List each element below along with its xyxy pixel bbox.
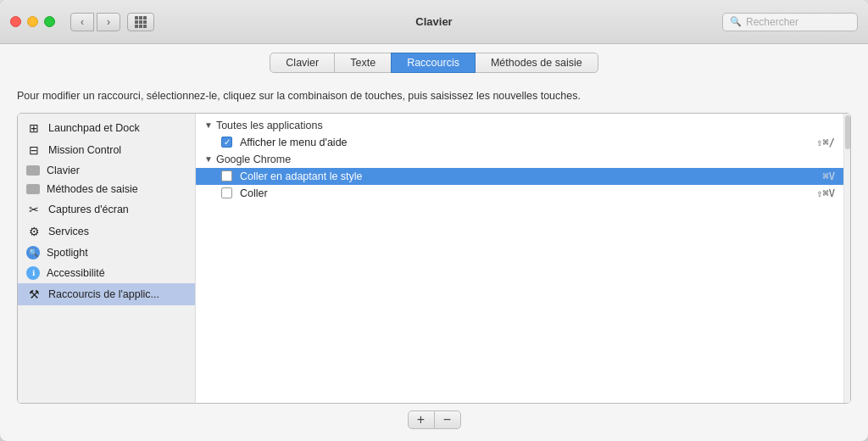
section-all-apps[interactable]: ▼ Toutes les applications <box>196 117 843 134</box>
sidebar-label-mission: Mission Control <box>48 144 121 156</box>
sidebar-item-captures[interactable]: ✂ Captures d'écran <box>18 198 195 220</box>
shortcut-aide-label: Afficher le menu d'aide <box>240 137 816 148</box>
forward-icon: › <box>107 16 110 28</box>
add-button[interactable]: + <box>408 410 435 429</box>
tab-methodes[interactable]: Méthodes de saisie <box>475 53 598 73</box>
maximize-button[interactable] <box>44 16 55 27</box>
triangle-chrome: ▼ <box>204 154 213 164</box>
scrollbar-track[interactable] <box>843 114 850 403</box>
window: ‹ › Clavier 🔍 Rechercher Clavier Texte R… <box>0 0 868 441</box>
search-icon: 🔍 <box>730 16 742 27</box>
launchpad-icon: ⊞ <box>26 120 42 136</box>
sidebar-item-spotlight[interactable]: 🔍 Spotlight <box>18 243 195 263</box>
tabs-bar: Clavier Texte Raccourcis Méthodes de sai… <box>0 44 868 80</box>
sidebar-item-methodes[interactable]: Méthodes de saisie <box>18 180 195 198</box>
titlebar: ‹ › Clavier 🔍 Rechercher <box>0 0 868 44</box>
checkbox-coller[interactable] <box>221 187 232 198</box>
spotlight-icon: 🔍 <box>26 246 40 260</box>
section-google-chrome-label: Google Chrome <box>216 154 291 165</box>
sidebar-label-clavier: Clavier <box>47 165 80 176</box>
sidebar-label-methodes: Méthodes de saisie <box>47 183 138 195</box>
remove-icon: − <box>443 413 451 427</box>
back-icon: ‹ <box>81 16 84 28</box>
back-button[interactable]: ‹ <box>70 13 94 31</box>
sidebar-item-raccourcis-app[interactable]: ⚒ Raccourcis de l'applic... <box>18 283 195 305</box>
shortcut-coller-label: Coller <box>240 187 816 199</box>
close-button[interactable] <box>10 16 21 27</box>
grid-icon <box>135 16 147 28</box>
search-placeholder: Rechercher <box>746 16 798 28</box>
section-all-apps-label: Toutes les applications <box>216 120 323 131</box>
scrollbar-thumb[interactable] <box>845 115 850 149</box>
shortcut-coller-style[interactable]: Coller en adaptant le style ⌘V <box>196 168 843 185</box>
window-title: Clavier <box>415 15 452 28</box>
tab-clavier[interactable]: Clavier <box>270 53 335 73</box>
services-icon: ⚙ <box>26 224 42 239</box>
shortcut-coller-style-label: Coller en adaptant le style <box>240 170 823 182</box>
main-content: Pour modifier un raccourci, sélectionnez… <box>0 80 868 441</box>
checkbox-area-coller <box>221 187 240 198</box>
shortcut-aide-key: ⇧⌘/ <box>816 137 835 148</box>
mission-icon: ⊟ <box>26 142 42 158</box>
clavier-icon <box>26 165 40 176</box>
sidebar-item-accessibilite[interactable]: ℹ Accessibilité <box>18 263 195 283</box>
sidebar-label-captures: Captures d'écran <box>48 204 129 215</box>
sidebar-label-raccourcis-app: Raccourcis de l'applic... <box>48 288 159 300</box>
search-box[interactable]: 🔍 Rechercher <box>722 13 858 31</box>
sidebar-item-mission[interactable]: ⊟ Mission Control <box>18 139 195 161</box>
bottom-toolbar: + − <box>17 404 851 433</box>
pane-area: ⊞ Launchpad et Dock ⊟ Mission Control Cl… <box>17 113 851 404</box>
tab-texte[interactable]: Texte <box>334 53 392 73</box>
triangle-all-apps: ▼ <box>204 120 213 130</box>
sidebar: ⊞ Launchpad et Dock ⊟ Mission Control Cl… <box>18 114 196 403</box>
add-icon: + <box>417 413 425 427</box>
forward-button[interactable]: › <box>97 13 120 31</box>
apps-grid-button[interactable] <box>127 13 154 31</box>
sidebar-label-launchpad: Launchpad et Dock <box>48 122 140 134</box>
nav-buttons: ‹ › <box>70 13 120 31</box>
right-panel: ▼ Toutes les applications ✓ Afficher le … <box>196 114 850 403</box>
shortcut-coller-style-key: ⌘V <box>823 170 835 182</box>
tab-raccourcis[interactable]: Raccourcis <box>391 53 476 73</box>
minimize-button[interactable] <box>27 16 38 27</box>
checkbox-coller-style[interactable] <box>221 170 232 181</box>
raccourcis-app-icon: ⚒ <box>26 287 42 302</box>
section-google-chrome[interactable]: ▼ Google Chrome <box>196 151 843 168</box>
checkbox-area-coller-style <box>221 170 240 181</box>
shortcut-aide-menu[interactable]: ✓ Afficher le menu d'aide ⇧⌘/ <box>196 134 843 151</box>
shortcuts-list: ▼ Toutes les applications ✓ Afficher le … <box>196 114 843 403</box>
sidebar-label-spotlight: Spotlight <box>47 247 88 259</box>
shortcut-coller-key: ⇧⌘V <box>816 187 835 199</box>
checkbox-aide[interactable]: ✓ <box>221 137 232 148</box>
methodes-icon <box>26 184 40 194</box>
captures-icon: ✂ <box>26 202 42 217</box>
description-text: Pour modifier un raccourci, sélectionnez… <box>17 80 851 113</box>
sidebar-label-services: Services <box>48 226 89 237</box>
accessibilite-icon: ℹ <box>26 266 40 280</box>
remove-button[interactable]: − <box>434 410 461 429</box>
checkbox-area-aide: ✓ <box>221 137 240 148</box>
sidebar-label-accessibilite: Accessibilité <box>47 267 105 279</box>
sidebar-item-launchpad[interactable]: ⊞ Launchpad et Dock <box>18 117 195 139</box>
sidebar-item-services[interactable]: ⚙ Services <box>18 220 195 243</box>
shortcut-coller[interactable]: Coller ⇧⌘V <box>196 185 843 202</box>
traffic-lights <box>10 16 55 27</box>
sidebar-item-clavier[interactable]: Clavier <box>18 161 195 180</box>
